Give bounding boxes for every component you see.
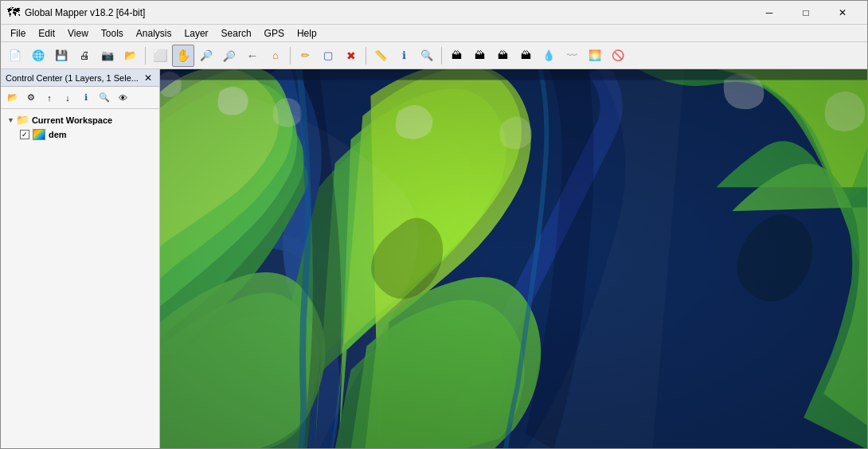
delete-button[interactable]: ✖ (340, 45, 362, 67)
digitize-button[interactable]: ✏ (294, 45, 316, 67)
zoom-window-button[interactable]: ⬜ (149, 45, 171, 67)
svg-rect-2 (160, 69, 867, 448)
cc-header: Control Center (1 Layers, 1 Sele... ✕ (1, 69, 159, 87)
app-icon: 🗺 (7, 6, 20, 20)
back-button[interactable]: ← (241, 45, 264, 67)
title-bar: 🗺 Global Mapper v18.2 [64-bit] ─ □ ✕ (1, 1, 867, 25)
cc-close-button[interactable]: ✕ (142, 72, 154, 84)
cc-down-btn[interactable]: ↓ (59, 89, 76, 107)
menu-tools[interactable]: Tools (95, 25, 130, 42)
expand-icon: ▼ (7, 116, 14, 124)
menu-edit[interactable]: Edit (32, 25, 61, 42)
window-controls: ─ □ ✕ (751, 1, 861, 25)
window-title: Global Mapper v18.2 [64-bit] (25, 7, 751, 18)
workspace-folder-icon: 📁 (16, 114, 29, 126)
cc-title: Control Center (1 Layers, 1 Sele... (6, 73, 142, 83)
print-button[interactable]: 🖨 (73, 45, 96, 67)
zoom-out-button[interactable]: 🔍 (218, 45, 240, 67)
menu-view[interactable]: View (61, 25, 95, 42)
layer-dem-row[interactable]: ✓ dem (1, 127, 159, 142)
menu-help[interactable]: Help (291, 25, 323, 42)
layer-visible-checkbox[interactable]: ✓ (20, 130, 29, 139)
toolbar-row1: 📄 🌐 💾 🖨 📷 📂 ⬜ ✋ 🔎 🔍 ← ⌂ ✏ ▢ ✖ 📏 ℹ 🔍 🏔 🏔 … (1, 42, 867, 69)
no-draw-button[interactable]: 🚫 (607, 45, 629, 67)
menu-layer[interactable]: Layer (178, 25, 215, 42)
menu-bar: File Edit View Tools Analysis Layer Sear… (1, 25, 867, 42)
open-file-button[interactable]: 📂 (119, 45, 142, 67)
cc-toolbar: 📂 ⚙ ↑ ↓ ℹ 🔍 👁 (1, 87, 159, 109)
close-button[interactable]: ✕ (824, 1, 861, 25)
home-button[interactable]: ⌂ (264, 45, 287, 67)
sep2 (290, 47, 291, 64)
feature-info-button[interactable]: ℹ (393, 45, 415, 67)
sep1 (145, 47, 146, 64)
shadow-button[interactable]: 🌅 (584, 45, 606, 67)
cc-up-btn[interactable]: ↑ (41, 89, 58, 107)
workspace-label: Current Workspace (32, 115, 112, 125)
zoom-in-button[interactable]: 🔎 (195, 45, 217, 67)
sep3 (366, 47, 366, 64)
contour-button[interactable]: 〰 (561, 45, 583, 67)
terrain-btn3[interactable]: 🏔 (491, 45, 514, 67)
new-button[interactable]: 📄 (4, 45, 26, 67)
measure-button[interactable]: 📏 (369, 45, 392, 67)
map-canvas (160, 69, 867, 448)
cc-eye-btn[interactable]: 👁 (114, 89, 131, 107)
search-feature-button[interactable]: 🔍 (416, 45, 438, 67)
cc-open-btn[interactable]: 📂 (4, 89, 22, 107)
menu-gps[interactable]: GPS (258, 25, 291, 42)
open-globe-button[interactable]: 🌐 (27, 45, 49, 67)
water-button[interactable]: 💧 (538, 45, 560, 67)
save-button[interactable]: 💾 (50, 45, 72, 67)
maximize-button[interactable]: □ (788, 1, 824, 25)
terrain-btn1[interactable]: 🏔 (445, 45, 467, 67)
menu-analysis[interactable]: Analysis (130, 25, 178, 42)
layer-name: dem (49, 130, 67, 139)
cc-settings-btn[interactable]: ⚙ (22, 89, 40, 107)
cc-content: ▼ 📁 Current Workspace ✓ dem (1, 109, 159, 449)
capture-button[interactable]: 📷 (96, 45, 119, 67)
terrain-btn2[interactable]: 🏔 (468, 45, 491, 67)
pan-button[interactable]: ✋ (172, 45, 194, 67)
sep4 (441, 47, 442, 64)
minimize-button[interactable]: ─ (751, 1, 788, 25)
terrain-btn4[interactable]: 🏔 (514, 45, 537, 67)
map-area[interactable] (160, 69, 867, 448)
workspace-row[interactable]: ▼ 📁 Current Workspace (1, 112, 159, 127)
control-center: Control Center (1 Layers, 1 Sele... ✕ 📂 … (1, 69, 160, 449)
layer-icon (33, 129, 45, 140)
cc-info-btn[interactable]: ℹ (77, 89, 95, 107)
cc-zoom-btn[interactable]: 🔍 (96, 89, 113, 107)
menu-file[interactable]: File (4, 25, 32, 42)
menu-search[interactable]: Search (215, 25, 258, 42)
select-button[interactable]: ▢ (317, 45, 339, 67)
